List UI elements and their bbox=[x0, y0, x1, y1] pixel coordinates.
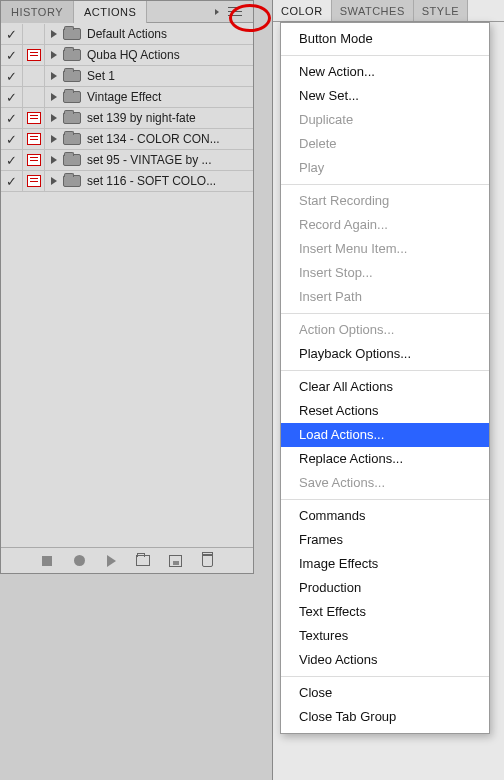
disclosure-icon bbox=[51, 72, 57, 80]
menu-item[interactable]: Commands bbox=[281, 504, 489, 528]
expand-cell[interactable] bbox=[45, 66, 63, 87]
play-button[interactable] bbox=[104, 554, 118, 568]
folder-icon bbox=[63, 175, 81, 187]
menu-item[interactable]: Reset Actions bbox=[281, 399, 489, 423]
menu-item[interactable]: Video Actions bbox=[281, 648, 489, 672]
tab-actions[interactable]: ACTIONS bbox=[74, 1, 147, 23]
menu-separator bbox=[281, 55, 489, 56]
action-set-row[interactable]: ✓Quba HQ Actions bbox=[1, 45, 253, 66]
menu-item: Record Again... bbox=[281, 213, 489, 237]
dialog-cell[interactable] bbox=[23, 150, 45, 171]
dialog-icon bbox=[27, 112, 41, 124]
tab-swatches[interactable]: SWATCHES bbox=[332, 0, 414, 21]
toggle-cell[interactable]: ✓ bbox=[1, 87, 23, 108]
menu-item[interactable]: Playback Options... bbox=[281, 342, 489, 366]
dialog-cell[interactable] bbox=[23, 129, 45, 150]
menu-item: Start Recording bbox=[281, 189, 489, 213]
panel-footer bbox=[1, 547, 253, 573]
menu-item[interactable]: Load Actions... bbox=[281, 423, 489, 447]
panel-menu-button[interactable] bbox=[221, 3, 249, 21]
folder-icon bbox=[63, 112, 81, 124]
checkmark-icon: ✓ bbox=[6, 111, 17, 126]
expand-cell[interactable] bbox=[45, 108, 63, 129]
expand-cell[interactable] bbox=[45, 150, 63, 171]
actions-list: ✓Default Actions✓Quba HQ Actions✓Set 1✓V… bbox=[1, 24, 253, 545]
action-set-row[interactable]: ✓set 116 - SOFT COLO... bbox=[1, 171, 253, 192]
record-icon bbox=[74, 555, 85, 566]
expand-cell[interactable] bbox=[45, 129, 63, 150]
expand-cell[interactable] bbox=[45, 87, 63, 108]
dialog-cell[interactable] bbox=[23, 87, 45, 108]
menu-separator bbox=[281, 184, 489, 185]
expand-cell[interactable] bbox=[45, 45, 63, 66]
toggle-cell[interactable]: ✓ bbox=[1, 45, 23, 66]
checkmark-icon: ✓ bbox=[6, 153, 17, 168]
menu-item[interactable]: Replace Actions... bbox=[281, 447, 489, 471]
stop-button[interactable] bbox=[40, 554, 54, 568]
folder-icon bbox=[63, 70, 81, 82]
action-set-label: Quba HQ Actions bbox=[87, 48, 253, 62]
panel-tabs: HISTORY ACTIONS bbox=[1, 1, 253, 23]
expand-cell[interactable] bbox=[45, 171, 63, 192]
toggle-cell[interactable]: ✓ bbox=[1, 24, 23, 45]
menu-separator bbox=[281, 370, 489, 371]
new-action-button[interactable] bbox=[168, 554, 182, 568]
action-set-label: Default Actions bbox=[87, 27, 253, 41]
menu-item[interactable]: Image Effects bbox=[281, 552, 489, 576]
collapse-icon[interactable] bbox=[215, 9, 219, 15]
checkmark-icon: ✓ bbox=[6, 90, 17, 105]
new-action-icon bbox=[169, 555, 182, 567]
folder-icon bbox=[63, 49, 81, 61]
action-set-row[interactable]: ✓set 134 - COLOR CON... bbox=[1, 129, 253, 150]
checkmark-icon: ✓ bbox=[6, 132, 17, 147]
menu-item[interactable]: Button Mode bbox=[281, 27, 489, 51]
action-set-row[interactable]: ✓Default Actions bbox=[1, 24, 253, 45]
toggle-cell[interactable]: ✓ bbox=[1, 66, 23, 87]
menu-item[interactable]: Production bbox=[281, 576, 489, 600]
action-set-row[interactable]: ✓set 95 - VINTAGE by ... bbox=[1, 150, 253, 171]
dialog-cell[interactable] bbox=[23, 66, 45, 87]
action-set-label: set 139 by night-fate bbox=[87, 111, 253, 125]
action-set-label: Vintage Effect bbox=[87, 90, 253, 104]
dialog-cell[interactable] bbox=[23, 45, 45, 66]
disclosure-icon bbox=[51, 51, 57, 59]
toggle-cell[interactable]: ✓ bbox=[1, 108, 23, 129]
menu-item[interactable]: Close bbox=[281, 681, 489, 705]
tab-history[interactable]: HISTORY bbox=[1, 1, 74, 23]
menu-item: Delete bbox=[281, 132, 489, 156]
menu-item[interactable]: Close Tab Group bbox=[281, 705, 489, 729]
dialog-cell[interactable] bbox=[23, 171, 45, 192]
toggle-cell[interactable]: ✓ bbox=[1, 129, 23, 150]
dialog-cell[interactable] bbox=[23, 24, 45, 45]
play-icon bbox=[107, 555, 116, 567]
expand-cell[interactable] bbox=[45, 24, 63, 45]
toggle-cell[interactable]: ✓ bbox=[1, 150, 23, 171]
menu-item: Duplicate bbox=[281, 108, 489, 132]
action-set-row[interactable]: ✓Set 1 bbox=[1, 66, 253, 87]
tab-styles[interactable]: STYLE bbox=[414, 0, 468, 21]
action-set-row[interactable]: ✓set 139 by night-fate bbox=[1, 108, 253, 129]
new-set-button[interactable] bbox=[136, 554, 150, 568]
menu-item[interactable]: Clear All Actions bbox=[281, 375, 489, 399]
checkmark-icon: ✓ bbox=[6, 27, 17, 42]
tab-color[interactable]: COLOR bbox=[273, 0, 332, 21]
menu-item[interactable]: New Set... bbox=[281, 84, 489, 108]
folder-icon bbox=[63, 91, 81, 103]
disclosure-icon bbox=[51, 93, 57, 101]
menu-item: Save Actions... bbox=[281, 471, 489, 495]
folder-icon bbox=[63, 133, 81, 145]
dialog-cell[interactable] bbox=[23, 108, 45, 129]
menu-item: Action Options... bbox=[281, 318, 489, 342]
menu-item[interactable]: New Action... bbox=[281, 60, 489, 84]
dialog-icon bbox=[27, 49, 41, 61]
trash-button[interactable] bbox=[200, 554, 214, 568]
dialog-icon bbox=[27, 175, 41, 187]
menu-item[interactable]: Textures bbox=[281, 624, 489, 648]
record-button[interactable] bbox=[72, 554, 86, 568]
action-set-row[interactable]: ✓Vintage Effect bbox=[1, 87, 253, 108]
disclosure-icon bbox=[51, 156, 57, 164]
menu-item[interactable]: Frames bbox=[281, 528, 489, 552]
menu-item[interactable]: Text Effects bbox=[281, 600, 489, 624]
panel-flyout-menu: Button ModeNew Action...New Set...Duplic… bbox=[280, 22, 490, 734]
toggle-cell[interactable]: ✓ bbox=[1, 171, 23, 192]
